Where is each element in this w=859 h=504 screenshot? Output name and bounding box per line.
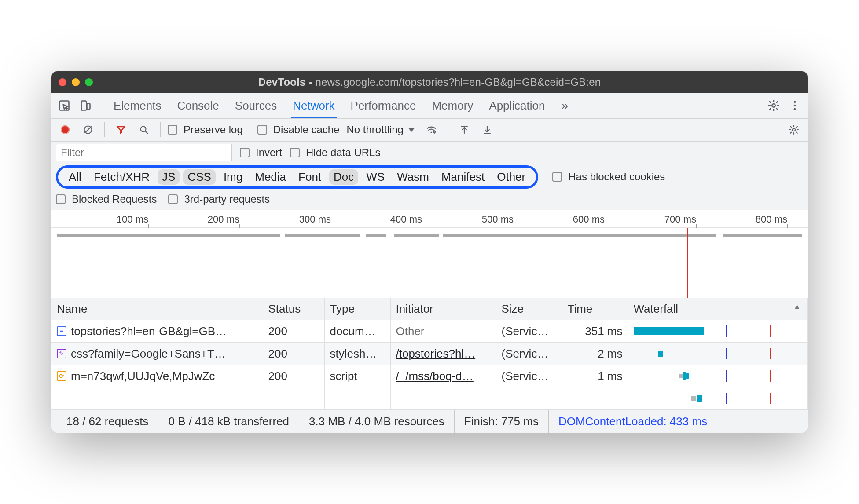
request-size: (Servic… bbox=[496, 365, 562, 387]
tab-network[interactable]: Network bbox=[285, 93, 342, 118]
status-dcl: DOMContentLoaded: 433 ms bbox=[549, 410, 717, 433]
preserve-log-checkbox[interactable]: Preserve log bbox=[168, 124, 243, 136]
request-waterfall bbox=[628, 343, 808, 365]
close-window-button[interactable] bbox=[59, 78, 66, 86]
disable-cache-checkbox[interactable]: Disable cache bbox=[257, 124, 340, 136]
request-time: 351 ms bbox=[562, 320, 628, 343]
request-initiator[interactable]: /_/mss/boq-d… bbox=[390, 365, 496, 387]
overview-gap bbox=[439, 234, 443, 237]
network-toolbar: Preserve log Disable cache No throttling bbox=[51, 119, 808, 142]
third-party-checkbox[interactable]: 3rd-party requests bbox=[168, 193, 270, 205]
col-initiator[interactable]: Initiator bbox=[390, 298, 496, 320]
titlebar: DevTools - news.google.com/topstories?hl… bbox=[51, 71, 808, 93]
table-row[interactable]: ✎css?family=Google+Sans+T…200stylesh…/to… bbox=[51, 343, 808, 365]
import-har-icon[interactable] bbox=[455, 121, 474, 139]
svg-point-4 bbox=[794, 101, 796, 103]
request-time: 2 ms bbox=[562, 343, 628, 365]
throttling-value: No throttling bbox=[346, 124, 403, 136]
col-name[interactable]: Name bbox=[51, 298, 263, 320]
kebab-menu-icon[interactable] bbox=[786, 96, 804, 115]
col-size[interactable]: Size bbox=[496, 298, 562, 320]
table-row-empty bbox=[51, 387, 808, 410]
filter-type-other[interactable]: Other bbox=[492, 169, 530, 185]
svg-rect-2 bbox=[87, 104, 90, 110]
inspect-element-icon[interactable] bbox=[55, 96, 73, 115]
overview-gap bbox=[386, 234, 394, 237]
preserve-log-label: Preserve log bbox=[184, 124, 243, 136]
hide-data-urls-checkbox[interactable]: Hide data URLs bbox=[290, 146, 380, 159]
clear-button[interactable] bbox=[79, 121, 97, 139]
title-prefix: DevTools - bbox=[258, 76, 316, 88]
overview-activity-bar bbox=[57, 234, 802, 237]
filter-type-css[interactable]: CSS bbox=[183, 169, 215, 185]
chevron-down-icon bbox=[408, 128, 415, 132]
resource-type-filters: AllFetch/XHRJSCSSImgMediaFontDocWSWasmMa… bbox=[56, 165, 538, 189]
tab-memory[interactable]: Memory bbox=[424, 93, 481, 118]
tabs-overflow-button[interactable]: » bbox=[556, 96, 574, 115]
svg-point-3 bbox=[772, 104, 775, 107]
blocked-requests-checkbox[interactable]: Blocked Requests bbox=[56, 193, 157, 205]
filter-type-js[interactable]: JS bbox=[158, 169, 180, 185]
invert-checkbox[interactable]: Invert bbox=[240, 146, 282, 159]
filter-type-media[interactable]: Media bbox=[250, 169, 290, 185]
table-row[interactable]: ⟳m=n73qwf,UUJqVe,MpJwZc200script/_/mss/b… bbox=[51, 365, 808, 387]
overview-gap bbox=[360, 234, 366, 237]
col-type[interactable]: Type bbox=[324, 298, 390, 320]
col-waterfall[interactable]: Waterfall bbox=[628, 298, 808, 320]
status-finish: Finish: 775 ms bbox=[455, 410, 549, 433]
table-row[interactable]: ≡topstories?hl=en-GB&gl=GB…200docum…Othe… bbox=[51, 320, 808, 343]
request-type: docum… bbox=[324, 320, 390, 343]
tab-elements[interactable]: Elements bbox=[106, 93, 169, 118]
filter-type-doc[interactable]: Doc bbox=[329, 169, 358, 185]
traffic-lights bbox=[59, 78, 93, 86]
has-blocked-cookies-checkbox[interactable]: Has blocked cookies bbox=[552, 171, 665, 183]
minimize-window-button[interactable] bbox=[72, 78, 80, 86]
request-initiator[interactable]: /topstories?hl… bbox=[390, 343, 496, 365]
network-conditions-icon[interactable] bbox=[422, 121, 441, 139]
has-blocked-cookies-label: Has blocked cookies bbox=[568, 171, 665, 183]
overview-dcl-marker bbox=[492, 228, 492, 298]
filter-type-all[interactable]: All bbox=[64, 169, 86, 185]
filter-type-wasm[interactable]: Wasm bbox=[393, 169, 433, 185]
request-name: topstories?hl=en-GB&gl=GB… bbox=[71, 325, 227, 338]
svg-line-10 bbox=[145, 131, 148, 134]
svg-point-11 bbox=[430, 132, 432, 133]
file-js-icon: ⟳ bbox=[57, 371, 66, 381]
tab-sources[interactable]: Sources bbox=[227, 93, 285, 118]
request-waterfall bbox=[628, 365, 808, 387]
request-status: 200 bbox=[263, 343, 324, 365]
tab-console[interactable]: Console bbox=[169, 93, 227, 118]
file-css-icon: ✎ bbox=[57, 349, 66, 358]
record-button[interactable] bbox=[56, 121, 74, 139]
throttling-select[interactable]: No throttling bbox=[344, 124, 417, 136]
network-settings-gear-icon[interactable] bbox=[785, 121, 803, 139]
filter-type-img[interactable]: Img bbox=[219, 169, 247, 185]
status-bar: 18 / 62 requests 0 B / 418 kB transferre… bbox=[51, 410, 808, 433]
overflow-glyph: » bbox=[562, 99, 569, 113]
col-time[interactable]: Time bbox=[562, 298, 628, 320]
divider bbox=[448, 122, 448, 137]
filter-type-manifest[interactable]: Manifest bbox=[437, 169, 489, 185]
col-status[interactable]: Status bbox=[263, 298, 324, 320]
blocked-requests-label: Blocked Requests bbox=[72, 193, 157, 205]
filter-type-ws[interactable]: WS bbox=[362, 169, 389, 185]
divider bbox=[100, 98, 100, 113]
search-icon[interactable] bbox=[135, 121, 153, 139]
divider bbox=[104, 122, 105, 137]
zoom-window-button[interactable] bbox=[85, 78, 93, 86]
filter-type-fetch-xhr[interactable]: Fetch/XHR bbox=[89, 169, 154, 185]
filter-toggle-icon[interactable] bbox=[112, 121, 130, 139]
overview-ruler: 100 ms200 ms300 ms400 ms500 ms600 ms700 … bbox=[51, 210, 808, 228]
device-toolbar-icon[interactable] bbox=[76, 96, 95, 115]
tab-application[interactable]: Application bbox=[481, 93, 553, 118]
timeline-overview[interactable]: 100 ms200 ms300 ms400 ms500 ms600 ms700 … bbox=[51, 210, 808, 298]
filter-type-font[interactable]: Font bbox=[294, 169, 326, 185]
tab-performance[interactable]: Performance bbox=[343, 93, 424, 118]
request-type: stylesh… bbox=[324, 343, 390, 365]
svg-rect-1 bbox=[81, 101, 87, 110]
export-har-icon[interactable] bbox=[478, 121, 496, 139]
settings-gear-icon[interactable] bbox=[764, 96, 783, 115]
request-name: m=n73qwf,UUJqVe,MpJwZc bbox=[71, 369, 215, 383]
request-type: script bbox=[324, 365, 390, 387]
filter-input[interactable] bbox=[56, 144, 232, 161]
